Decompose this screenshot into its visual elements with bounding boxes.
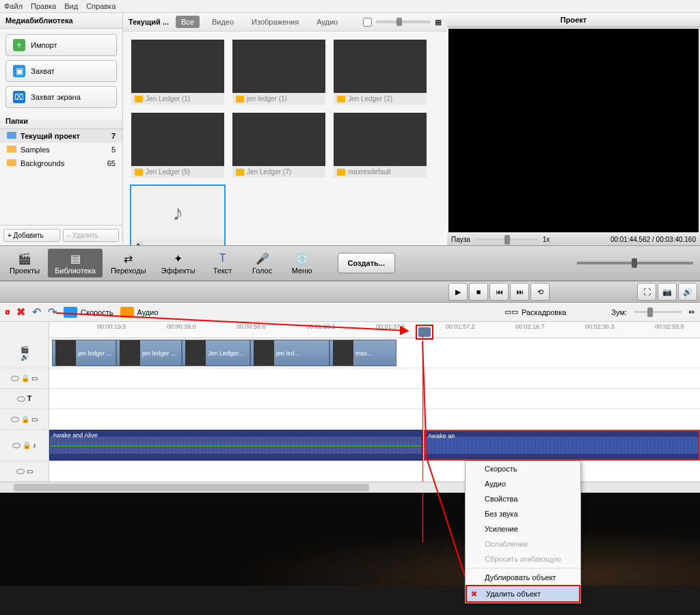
menu-button[interactable]: 💿Меню xyxy=(283,249,321,277)
folders-title: Папки xyxy=(0,113,122,129)
thumb-toggle[interactable] xyxy=(363,18,372,27)
ctx-duplicate[interactable]: Дублировать объект xyxy=(466,570,580,585)
tab-video[interactable]: Видео xyxy=(206,16,239,28)
camera-icon: ▣ xyxy=(13,65,25,77)
transitions-button[interactable]: ⇄Переходы xyxy=(104,249,153,277)
media-thumb[interactable]: Jen Ledger (1) xyxy=(130,38,226,106)
screen-capture-button[interactable]: ⌧ Захват экрана xyxy=(5,86,117,108)
speed-button[interactable]: Скорость xyxy=(64,307,113,318)
ctx-reset-envelope[interactable]: Сбросить огибающую xyxy=(466,551,580,566)
video-track-header: 🎬🔊 xyxy=(0,338,49,368)
timeline-scrollbar[interactable] xyxy=(0,482,700,493)
ctx-attenuate[interactable]: Ослабление xyxy=(466,536,580,551)
delete-icon[interactable]: ✖ xyxy=(16,305,25,318)
snapshot-button[interactable]: 📷 xyxy=(658,283,677,301)
tab-all[interactable]: Все xyxy=(176,16,200,28)
overlay2-track-header: 🔒 ▭ xyxy=(0,409,49,429)
menu-edit[interactable]: Правка xyxy=(31,2,56,10)
storyboard-button[interactable]: ▭▭Раскадровка xyxy=(504,308,566,316)
storyboard-icon: ▭▭ xyxy=(504,308,518,316)
note-icon: ♪ xyxy=(131,186,224,239)
thumb-size-slider[interactable] xyxy=(376,20,431,23)
preview-viewport[interactable] xyxy=(448,29,699,232)
fit-icon[interactable]: ⇔ xyxy=(688,308,695,316)
folder-icon xyxy=(7,132,16,139)
thumb-image xyxy=(131,40,224,93)
text-button[interactable]: TТекст xyxy=(204,249,242,277)
media-thumb[interactable]: Jen Ledger (2) xyxy=(332,38,428,106)
ctx-properties[interactable]: Свойства xyxy=(466,491,580,506)
ctx-delete[interactable]: ✖ Удалить объект xyxy=(466,585,580,603)
folder-current-project[interactable]: Текущий проект 7 xyxy=(0,129,122,143)
projects-button[interactable]: 🎬Проекты xyxy=(3,249,46,277)
sidebar: Медиабиблиотека + Импорт ▣ Захват ⌧ Захв… xyxy=(0,13,123,245)
disc-icon: 💿 xyxy=(294,251,310,265)
close-icon: ✖ xyxy=(471,590,477,599)
books-icon: ▤ xyxy=(67,251,83,265)
main-toolbar: 🎬Проекты ▤Библиотека ⇄Переходы ✦Эффекты … xyxy=(0,245,700,281)
prev-button[interactable]: ⏮ xyxy=(489,283,509,301)
redo-icon[interactable]: ↷ xyxy=(48,305,57,318)
timeline-zoom-slider[interactable] xyxy=(634,311,682,313)
library-title: Медиабиблиотека xyxy=(0,13,122,29)
timeline-clip[interactable]: jen led... xyxy=(250,340,329,366)
preview-panel: Проект Пауза 1x 00:01:44.562 / 00:03:40.… xyxy=(447,13,700,245)
folder-backgrounds[interactable]: Backgrounds 65 xyxy=(0,156,122,170)
fullscreen-button[interactable]: ⛶ xyxy=(637,283,656,301)
menubar: Файл Правка Вид Справка xyxy=(0,0,700,13)
menu-view[interactable]: Вид xyxy=(64,2,78,10)
undo-icon[interactable]: ↶ xyxy=(32,305,41,318)
overlay-track[interactable] xyxy=(49,368,700,388)
loop-button[interactable]: ⟲ xyxy=(530,283,550,301)
import-button[interactable]: + Импорт xyxy=(5,34,117,56)
timeline-clip[interactable]: max... xyxy=(329,340,396,366)
ctx-mute[interactable]: Без звука xyxy=(466,506,580,521)
play-button[interactable]: ▶ xyxy=(448,283,468,301)
tab-audio[interactable]: Аудио xyxy=(311,16,343,28)
mic-icon: 🎤 xyxy=(254,251,271,265)
volume-button[interactable]: 🔊 xyxy=(678,283,697,301)
plus-icon: + xyxy=(13,39,25,51)
speed-slider[interactable] xyxy=(476,238,537,241)
menu-file[interactable]: Файл xyxy=(4,2,23,10)
overlay2-track[interactable] xyxy=(49,409,700,429)
audio-clip[interactable]: Awake an xyxy=(424,430,700,461)
library-button[interactable]: ▤Библиотека xyxy=(48,249,103,277)
ctx-amplify[interactable]: Усиление xyxy=(466,521,580,536)
time-ruler[interactable]: 00:00:19.5 00:00:39.0 00:00:58.6 00:01:1… xyxy=(49,322,700,338)
media-thumb[interactable]: Jen Ledger (5) xyxy=(130,111,226,179)
video-track[interactable]: jen ledger ... jen ledger ... Jen Ledger… xyxy=(49,338,700,368)
grid-icon: ▦ xyxy=(435,18,442,27)
stop-button[interactable]: ■ xyxy=(469,283,488,301)
voice-button[interactable]: 🎤Голос xyxy=(243,249,282,277)
video-icon xyxy=(337,96,345,102)
audio-clip[interactable]: Awake and Alive xyxy=(49,430,422,461)
media-thumb[interactable]: jen ledger (1) xyxy=(231,38,327,106)
timeline-clip[interactable]: jen ledger ... xyxy=(52,340,116,366)
capture-button[interactable]: ▣ Захват xyxy=(5,60,117,82)
add-folder-button[interactable]: + Добавить xyxy=(3,229,60,242)
timeline-clip[interactable]: Jen Ledger... xyxy=(182,340,250,366)
menu-help[interactable]: Справка xyxy=(86,2,116,10)
media-thumb[interactable]: maxresdefault xyxy=(332,111,428,179)
media-thumb-audio[interactable]: ♪ 🔊 xyxy=(130,184,226,245)
create-button[interactable]: Создать... xyxy=(338,253,395,273)
playhead-marker[interactable] xyxy=(418,327,431,337)
extra-track[interactable] xyxy=(49,461,700,481)
audio-button[interactable]: Аудио xyxy=(120,307,159,318)
delete-folder-button[interactable]: – Удалить xyxy=(63,229,120,242)
seek-slider[interactable] xyxy=(577,262,693,264)
ctx-speed[interactable]: Скорость xyxy=(466,461,580,476)
effects-button[interactable]: ✦Эффекты xyxy=(154,249,202,277)
audio-track[interactable]: Awake and Alive Awake an xyxy=(49,430,700,461)
tab-image[interactable]: Изображения xyxy=(246,16,304,28)
speed-label: 1x xyxy=(543,236,550,243)
media-thumb[interactable]: Jen Ledger (7) xyxy=(231,111,327,179)
next-button[interactable]: ⏭ xyxy=(510,283,529,301)
text-track[interactable] xyxy=(49,389,700,409)
timeline-clip[interactable]: jen ledger ... xyxy=(116,340,182,366)
ctx-audio[interactable]: Аудио xyxy=(466,476,580,491)
playback-status: Пауза xyxy=(451,236,470,243)
audio-icon xyxy=(120,307,134,318)
folder-samples[interactable]: Samples 5 xyxy=(0,143,122,156)
